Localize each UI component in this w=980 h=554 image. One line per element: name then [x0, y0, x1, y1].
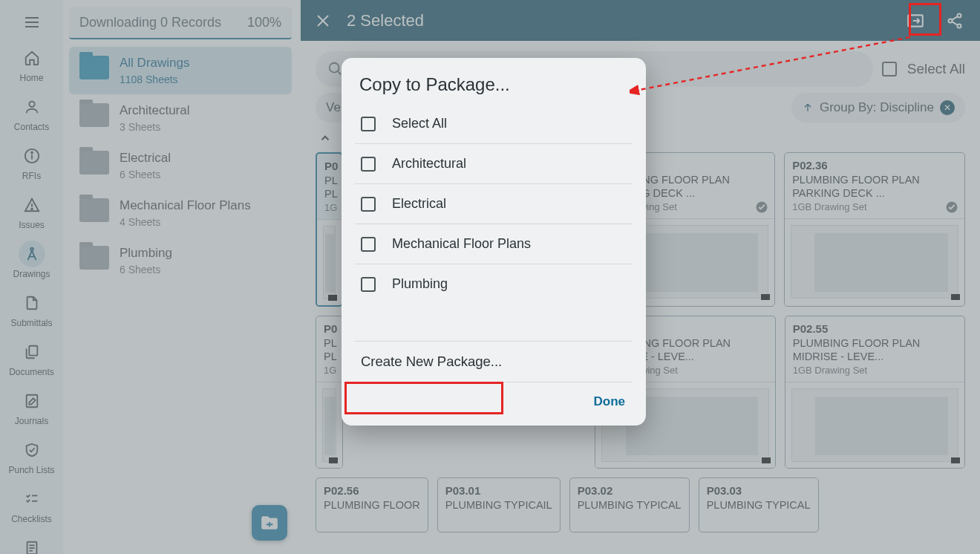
modal-option[interactable]: Mechanical Floor Plans [355, 224, 633, 264]
annotation-highlight [344, 382, 503, 414]
option-label: Mechanical Floor Plans [392, 236, 531, 252]
modal-option[interactable]: Plumbing [355, 264, 633, 304]
checkbox-icon [361, 237, 376, 252]
checkbox-icon [361, 277, 376, 292]
checkbox-icon [361, 117, 376, 131]
modal-option[interactable]: Electrical [355, 184, 633, 224]
checkbox-icon [361, 157, 376, 172]
modal-option[interactable]: Architectural [355, 144, 633, 184]
checkbox-icon [361, 197, 376, 212]
svg-line-32 [636, 37, 910, 91]
annotation-highlight [909, 3, 941, 36]
modal-title: Copy to Package... [342, 58, 646, 104]
copy-to-package-modal: Copy to Package... Select All Architectu… [342, 58, 646, 426]
option-label: Electrical [392, 196, 446, 212]
option-label: Plumbing [392, 276, 448, 292]
option-label: Architectural [392, 156, 466, 172]
option-label: Select All [392, 116, 447, 131]
create-new-package-button[interactable]: Create New Package... [355, 341, 633, 382]
annotation-arrow [630, 33, 918, 95]
modal-select-all[interactable]: Select All [355, 104, 633, 144]
